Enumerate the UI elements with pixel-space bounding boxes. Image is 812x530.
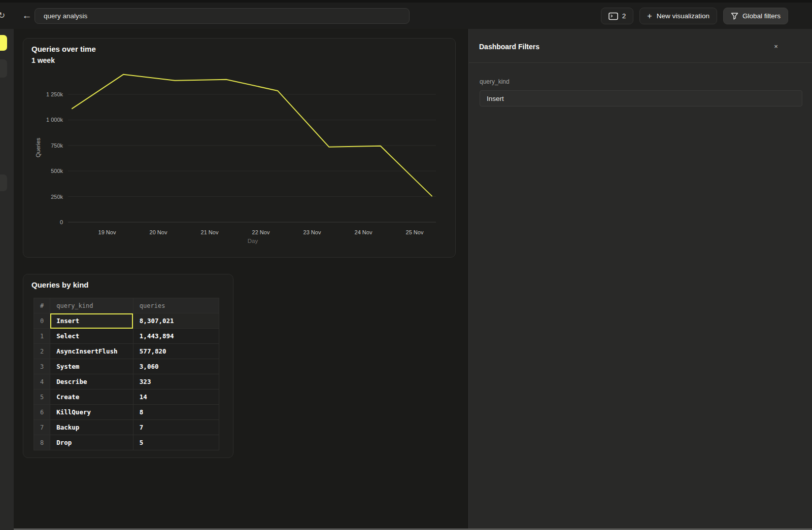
- row-index: 3: [34, 359, 50, 374]
- svg-text:750k: 750k: [51, 143, 63, 149]
- new-visualization-label: New visualization: [657, 12, 709, 20]
- collapsed-sidebar: [0, 29, 14, 530]
- sidebar-item[interactable]: [0, 174, 7, 191]
- row-index: 1: [34, 329, 50, 344]
- cell-queries[interactable]: 1,443,894: [133, 329, 219, 344]
- svg-text:21 Nov: 21 Nov: [201, 229, 219, 235]
- cell-query-kind[interactable]: AsyncInsertFlush: [50, 344, 133, 359]
- table-row: 4 Describe 323: [34, 374, 219, 390]
- line-chart[interactable]: 0250k500k750k1 000k1 250k19 Nov20 Nov21 …: [23, 39, 456, 258]
- console-icon: [608, 12, 618, 20]
- svg-text:500k: 500k: [51, 168, 63, 174]
- table-row: 5 Create 14: [34, 390, 219, 405]
- cell-query-kind-selected[interactable]: Insert: [50, 313, 133, 329]
- console-count-button[interactable]: 2: [601, 8, 634, 24]
- sidebar-active-item[interactable]: [0, 35, 7, 51]
- sidebar-item[interactable]: [0, 59, 7, 78]
- cell-queries[interactable]: 8,307,021: [133, 313, 219, 329]
- cell-query-kind[interactable]: KillQuery: [50, 405, 133, 420]
- row-index: 2: [34, 344, 50, 359]
- query-kind-filter-input[interactable]: [480, 90, 802, 107]
- row-index: 5: [34, 390, 50, 405]
- global-filters-label: Global filters: [742, 12, 781, 20]
- table-row: 0 Insert 8,307,021: [34, 313, 219, 329]
- close-icon[interactable]: ×: [771, 42, 781, 51]
- svg-text:Day: Day: [248, 238, 258, 244]
- cell-query-kind[interactable]: Drop: [50, 435, 133, 450]
- filters-panel-title: Dashboard Filters: [479, 43, 539, 51]
- queries-table: # query_kind queries 0 Insert 8,307,021 …: [33, 298, 219, 450]
- svg-text:250k: 250k: [51, 194, 63, 200]
- svg-text:1 250k: 1 250k: [46, 91, 63, 97]
- cell-queries[interactable]: 7: [133, 420, 219, 435]
- filter-field-label: query_kind: [480, 78, 510, 85]
- table-row: 2 AsyncInsertFlush 577,820: [34, 344, 219, 359]
- col-header-kind[interactable]: query_kind: [50, 298, 133, 313]
- svg-text:19 Nov: 19 Nov: [98, 229, 116, 235]
- svg-text:22 Nov: 22 Nov: [252, 229, 270, 235]
- row-index: 0: [34, 313, 50, 329]
- cell-queries[interactable]: 3,060: [133, 359, 219, 374]
- dashboard-filters-panel: Dashboard Filters × query_kind: [468, 29, 812, 530]
- svg-text:1 000k: 1 000k: [46, 117, 63, 123]
- queries-over-time-card[interactable]: Queries over time 1 week 0250k500k750k1 …: [23, 38, 456, 258]
- dashboard-title-input[interactable]: [35, 8, 410, 24]
- cell-queries[interactable]: 323: [133, 374, 219, 390]
- cell-query-kind[interactable]: Describe: [50, 374, 133, 390]
- queries-by-kind-card[interactable]: Queries by kind # query_kind queries 0 I…: [23, 274, 233, 458]
- plus-icon: +: [647, 12, 652, 21]
- table-title: Queries by kind: [31, 280, 89, 289]
- topbar: ↻ ← 2 + New visualization Global filters: [0, 3, 812, 29]
- svg-text:Queries: Queries: [35, 137, 41, 157]
- row-index: 8: [34, 435, 50, 450]
- new-visualization-button[interactable]: + New visualization: [639, 8, 717, 24]
- svg-text:23 Nov: 23 Nov: [303, 229, 321, 235]
- col-header-index[interactable]: #: [34, 298, 50, 313]
- table-row: 3 System 3,060: [34, 359, 219, 374]
- cell-query-kind[interactable]: Create: [50, 390, 133, 405]
- cell-queries[interactable]: 14: [133, 390, 219, 405]
- dashboard-canvas: Queries over time 1 week 0250k500k750k1 …: [14, 29, 468, 530]
- panel-divider: [469, 62, 812, 63]
- filter-funnel-icon: [731, 12, 738, 20]
- row-index: 6: [34, 405, 50, 420]
- back-button[interactable]: ←: [20, 9, 33, 22]
- cell-query-kind[interactable]: Backup: [50, 420, 133, 435]
- cell-query-kind[interactable]: Select: [50, 329, 133, 344]
- table-row: 6 KillQuery 8: [34, 405, 219, 420]
- topbar-actions: 2 + New visualization Global filters: [601, 8, 788, 24]
- table-row: 8 Drop 5: [34, 435, 219, 450]
- table-row: 7 Backup 7: [34, 420, 219, 435]
- workspace: Queries over time 1 week 0250k500k750k1 …: [0, 29, 812, 530]
- svg-text:0: 0: [60, 219, 63, 225]
- row-index: 4: [34, 374, 50, 390]
- col-header-queries[interactable]: queries: [133, 298, 219, 313]
- svg-text:25 Nov: 25 Nov: [406, 229, 424, 235]
- cell-queries[interactable]: 8: [133, 405, 219, 420]
- global-filters-button[interactable]: Global filters: [723, 8, 788, 24]
- cell-queries[interactable]: 577,820: [133, 344, 219, 359]
- console-count: 2: [622, 12, 626, 20]
- history-icon[interactable]: ↻: [0, 10, 7, 21]
- row-index: 7: [34, 420, 50, 435]
- table-row: 1 Select 1,443,894: [34, 329, 219, 344]
- table-header-row: # query_kind queries: [34, 298, 219, 313]
- svg-text:24 Nov: 24 Nov: [355, 229, 373, 235]
- cell-queries[interactable]: 5: [133, 435, 219, 450]
- svg-text:20 Nov: 20 Nov: [150, 229, 167, 235]
- cell-query-kind[interactable]: System: [50, 359, 133, 374]
